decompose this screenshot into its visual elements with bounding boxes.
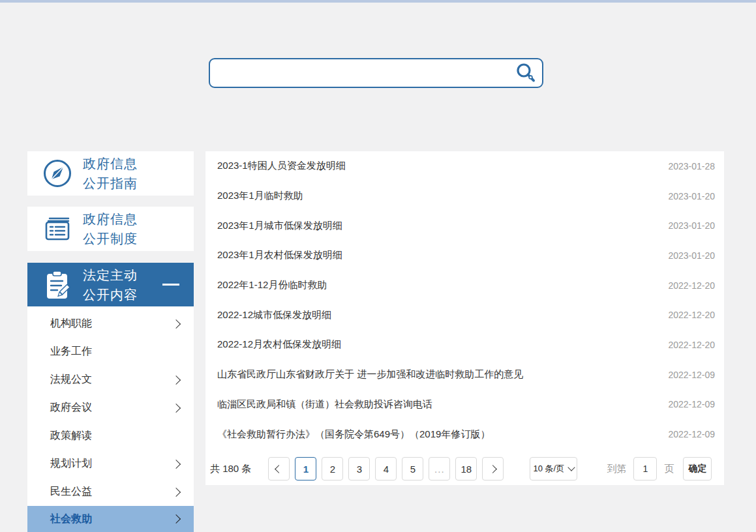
goto-page-group: 到第 页 确定	[607, 457, 712, 480]
document-link[interactable]: 2023年1月临时救助	[217, 190, 303, 202]
minus-icon	[162, 284, 179, 286]
sidebar-item-zhengfu-huiyi[interactable]: 政府会议	[27, 394, 194, 422]
document-date: 2022-12-09	[655, 370, 715, 380]
sidebar-item-yewu-gongzuo[interactable]: 业务工作	[27, 338, 194, 366]
list-item: 《社会救助暂行办法》（国务院令第649号）（2019年修订版） 2022-12-…	[205, 419, 724, 449]
sidebar-item-gov-info-system[interactable]: 政府信息 公开制度	[27, 207, 194, 251]
confirm-button[interactable]: 确定	[683, 457, 712, 480]
submenu-label: 法规公文	[50, 373, 92, 387]
document-link[interactable]: 2023年1月农村低保发放明细	[217, 249, 342, 261]
document-link[interactable]: 2023年1月城市低保发放明细	[217, 220, 342, 232]
document-link[interactable]: 2022年1-12月份临时救助	[217, 279, 327, 291]
prev-page-button[interactable]	[268, 457, 290, 480]
document-date: 2022-12-20	[655, 310, 715, 320]
page-button-3[interactable]: 3	[348, 457, 370, 480]
list-item: 2023年1月城市低保发放明细 2023-01-20	[205, 211, 724, 241]
submenu-label: 规划计划	[50, 457, 92, 471]
goto-suffix-label: 页	[664, 463, 674, 475]
list-item: 山东省民政厅山东省财政厅关于 进一步加强和改进临时救助工作的意见 2022-12…	[205, 360, 724, 390]
page-ellipsis[interactable]: ...	[429, 457, 450, 480]
document-link[interactable]: 山东省民政厅山东省财政厅关于 进一步加强和改进临时救助工作的意见	[217, 368, 523, 381]
page-button-2[interactable]: 2	[322, 457, 343, 480]
submenu-label: 民生公益	[50, 485, 92, 499]
sidebar-item-minsheng-gongyi[interactable]: 民生公益	[27, 478, 194, 506]
list-item: 2022年1-12月份临时救助 2022-12-20	[205, 271, 724, 301]
document-link[interactable]: 2022-12月农村低保发放明细	[217, 338, 341, 351]
submenu-label: 政策解读	[50, 429, 92, 443]
chevron-right-icon	[489, 465, 498, 473]
ledger-icon	[42, 213, 73, 244]
submenu-label: 社会救助	[50, 512, 92, 526]
top-accent-bar	[0, 0, 756, 3]
chevron-right-icon	[172, 487, 181, 496]
document-link[interactable]: 临淄区民政局和镇（街道）社会救助投诉咨询电话	[217, 398, 432, 411]
sidebar-item-shehui-jiuzhu[interactable]: 社会救助	[27, 506, 194, 532]
document-link[interactable]: 《社会救助暂行办法》（国务院令第649号）（2019年修订版）	[217, 428, 490, 441]
page-button-5[interactable]: 5	[402, 457, 423, 480]
document-date: 2023-01-28	[655, 161, 715, 171]
document-date: 2022-12-09	[655, 429, 715, 439]
pagination-bar: 共 180 条 1 2 3 4 5 ... 18 10 条/页 到第 页 确定	[210, 457, 718, 480]
list-item: 2023-1特困人员资金发放明细 2023-01-28	[205, 151, 724, 181]
chevron-right-icon	[172, 375, 181, 384]
sidebar-item-guihua-jihua[interactable]: 规划计划	[27, 450, 194, 478]
sidebar-block-label: 法定主动 公开内容	[83, 265, 138, 304]
sidebar-item-jigou-zhineng[interactable]: 机构职能	[27, 310, 194, 338]
sidebar-item-gov-info-guide[interactable]: 政府信息 公开指南	[27, 151, 194, 196]
document-link[interactable]: 2023-1特困人员资金发放明细	[217, 160, 346, 172]
chevron-down-icon	[568, 464, 575, 471]
page-button-1[interactable]: 1	[295, 457, 316, 480]
search-bar	[209, 58, 543, 88]
sidebar-item-fagui-gongwen[interactable]: 法规公文	[27, 366, 194, 394]
content-panel: 2023-1特困人员资金发放明细 2023-01-28 2023年1月临时救助 …	[205, 151, 724, 485]
list-item: 临淄区民政局和镇（街道）社会救助投诉咨询电话 2022-12-09	[205, 390, 724, 420]
search-input[interactable]	[210, 59, 509, 87]
page-button-4[interactable]: 4	[375, 457, 397, 480]
sidebar-item-statutory-disclosure[interactable]: 法定主动 公开内容	[27, 263, 194, 306]
goto-page-input[interactable]	[633, 457, 657, 480]
total-count-label: 共 180 条	[210, 463, 251, 475]
chevron-right-icon	[172, 459, 181, 468]
document-date: 2023-01-20	[655, 250, 715, 261]
search-icon	[515, 62, 537, 84]
submenu-label: 政府会议	[50, 401, 92, 415]
page-size-label: 10 条/页	[534, 463, 565, 475]
list-item: 2023年1月农村低保发放明细 2023-01-20	[205, 241, 724, 271]
document-date: 2022-12-20	[655, 340, 715, 350]
document-date: 2022-12-20	[655, 280, 715, 291]
chevron-left-icon	[275, 465, 284, 473]
document-link[interactable]: 2022-12城市低保发放明细	[217, 309, 331, 321]
page-size-select[interactable]: 10 条/页	[530, 457, 577, 480]
goto-prefix-label: 到第	[607, 463, 626, 475]
chevron-right-icon	[172, 319, 181, 328]
list-item: 2022-12月农村低保发放明细 2022-12-20	[205, 330, 724, 360]
sidebar-item-zhengce-jiedu[interactable]: 政策解读	[27, 422, 194, 450]
submenu-label: 业务工作	[50, 345, 92, 359]
document-date: 2023-01-20	[655, 220, 715, 231]
next-page-button[interactable]	[482, 457, 504, 480]
document-date: 2022-12-09	[655, 399, 715, 409]
list-item: 2023年1月临时救助 2023-01-20	[205, 181, 724, 211]
list-item: 2022-12城市低保发放明细 2022-12-20	[205, 300, 724, 330]
submenu-label: 机构职能	[50, 317, 92, 331]
search-button[interactable]	[509, 59, 542, 87]
sidebar-block-label: 政府信息 公开指南	[83, 154, 138, 193]
document-date: 2023-01-20	[655, 191, 715, 201]
sidebar-submenu: 机构职能 业务工作 法规公文 政府会议 政策解读 规划计划 民生公益 社会救助	[27, 306, 194, 532]
chevron-right-icon	[172, 403, 181, 412]
page-button-18[interactable]: 18	[455, 457, 477, 480]
sidebar-block-label: 政府信息 公开制度	[83, 209, 138, 248]
compass-icon	[42, 158, 73, 189]
clipboard-pencil-icon	[42, 269, 73, 301]
chevron-right-icon	[172, 514, 181, 524]
